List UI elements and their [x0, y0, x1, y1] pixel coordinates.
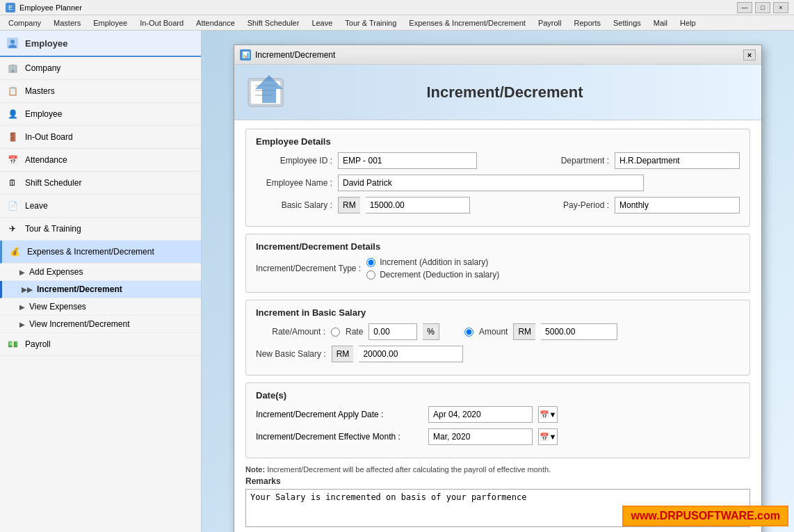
shift-icon: 🗓 [6, 176, 19, 190]
increment-type-label: Increment/Decrement Type : [256, 264, 361, 273]
increment-basic-section: Increment in Basic Salary Rate/Amount : … [245, 300, 750, 376]
apply-date-button[interactable]: 📅▼ [538, 406, 558, 423]
menu-masters[interactable]: Masters [48, 17, 86, 29]
sidebar-label-expenses: Expenses & Increment/Decrement [27, 247, 154, 257]
menu-settings[interactable]: Settings [608, 17, 647, 29]
increment-details-title: Increment/Decrement Details [256, 241, 740, 252]
increment-type-row: Increment/Decrement Type : Increment (Ad… [256, 257, 740, 280]
employee-details-title: Employee Details [256, 136, 740, 147]
employee-name-input[interactable] [338, 175, 644, 191]
decrement-radio[interactable] [366, 271, 375, 280]
employee-id-input[interactable] [338, 152, 477, 169]
sidebar-sub-view-increment[interactable]: ▶ View Increment/Decrement [0, 316, 201, 333]
attendance-icon: 📅 [6, 153, 19, 167]
sidebar-item-employee[interactable]: 👤 Employee [0, 103, 201, 126]
tour-icon: ✈ [6, 222, 19, 236]
maximize-button[interactable]: □ [755, 2, 770, 13]
sidebar-item-company[interactable]: 🏢 Company [0, 57, 201, 80]
apply-date-row: Increment/Decrement Apply Date : 📅▼ [256, 406, 740, 423]
sub-arrow-icon2: ▶▶ [22, 286, 33, 293]
menu-shift[interactable]: Shift Scheduler [242, 17, 305, 29]
dialog-header-icon [241, 68, 290, 117]
note-content: Increment/Decrement will be affected aft… [265, 465, 551, 474]
amount-input[interactable] [541, 323, 617, 340]
sidebar-sub-view-expenses[interactable]: ▶ View Expenses [0, 298, 201, 316]
menu-reports[interactable]: Reports [569, 17, 607, 29]
sidebar-item-leave[interactable]: 📄 Leave [0, 195, 201, 218]
increment-radio[interactable] [366, 258, 375, 267]
dates-section: Date(s) Increment/Decrement Apply Date :… [245, 382, 750, 458]
new-basic-label: New Basic Salary : [256, 349, 326, 359]
basic-salary-rm-prefix: RM [338, 197, 360, 213]
rate-radio-label: Rate [346, 327, 363, 337]
sidebar-label-payroll: Payroll [25, 339, 51, 349]
sidebar-sub-increment[interactable]: ▶▶ Increment/Decrement [0, 281, 201, 298]
menu-employee[interactable]: Employee [88, 17, 133, 29]
title-bar: E Employee Planner — □ × [0, 0, 794, 15]
menu-inout[interactable]: In-Out Board [134, 17, 189, 29]
menu-payroll[interactable]: Payroll [533, 17, 567, 29]
basic-salary-row: Basic Salary : RM Pay-Period : [256, 197, 740, 213]
menu-bar: Company Masters Employee In-Out Board At… [0, 15, 794, 31]
rate-input[interactable] [368, 323, 417, 340]
inout-icon: 🚪 [6, 130, 19, 144]
sidebar-item-masters[interactable]: 📋 Masters [0, 80, 201, 103]
sidebar-label-tour: Tour & Training [25, 224, 81, 234]
apply-date-input[interactable] [428, 406, 533, 423]
department-input[interactable] [615, 152, 740, 169]
new-basic-input[interactable] [359, 346, 463, 362]
sidebar-item-tour[interactable]: ✈ Tour & Training [0, 218, 201, 241]
sidebar-label-employee: Employee [25, 109, 62, 119]
increment-radio-label: Increment (Addition in salary) [380, 257, 488, 267]
close-button[interactable]: × [773, 2, 788, 13]
minimize-button[interactable]: — [737, 2, 752, 13]
new-basic-row: New Basic Salary : RM [256, 346, 740, 362]
dialog-title-text: Increment/Decrement [255, 50, 743, 60]
rate-radio[interactable] [331, 328, 340, 337]
sidebar-label-attendance: Attendance [25, 155, 67, 165]
company-icon: 🏢 [6, 61, 19, 75]
sidebar-item-payroll[interactable]: 💵 Payroll [0, 333, 201, 356]
menu-attendance[interactable]: Attendance [191, 17, 241, 29]
effective-month-label: Increment/Decrement Effective Month : [256, 432, 423, 442]
menu-expenses[interactable]: Expenses & Increment/Decrement [403, 17, 531, 29]
note-text: Note: Increment/Decrement will be affect… [245, 465, 750, 474]
calendar-icon2: 📅▼ [540, 433, 557, 442]
decrement-radio-group: Decrement (Deduction in salary) [366, 270, 499, 280]
dialog-header-title: Increment/Decrement [297, 83, 713, 102]
sidebar-item-expenses[interactable]: 💰 Expenses & Increment/Decrement [0, 241, 201, 264]
menu-mail[interactable]: Mail [648, 17, 673, 29]
employee-name-row: Employee Name : [256, 175, 740, 191]
employee-id-label: Employee ID : [256, 156, 332, 166]
rate-amount-label: Rate/Amount : [256, 327, 325, 337]
amount-radio[interactable] [464, 328, 473, 337]
amount-rm-prefix: RM [513, 323, 535, 340]
effective-month-button[interactable]: 📅▼ [538, 428, 558, 445]
dialog-content: Employee Details Employee ID : Departmen… [234, 120, 761, 532]
employee-name-label: Employee Name : [256, 178, 332, 188]
dialog-close-button[interactable]: × [743, 49, 756, 61]
sidebar-header: Employee [0, 31, 201, 57]
dialog-title-icon: 📊 [240, 49, 251, 61]
window-controls[interactable]: — □ × [737, 2, 788, 13]
new-basic-rm-prefix: RM [332, 346, 354, 362]
menu-leave[interactable]: Leave [306, 17, 338, 29]
sidebar-item-attendance[interactable]: 📅 Attendance [0, 149, 201, 172]
sidebar-item-inout[interactable]: 🚪 In-Out Board [0, 126, 201, 149]
watermark-text: www.DRPUSOFTWARE.com [631, 510, 780, 522]
note-bold: Note: [245, 465, 265, 474]
effective-month-input[interactable] [428, 428, 533, 445]
payroll-icon: 💵 [6, 337, 19, 351]
sub-arrow-icon4: ▶ [19, 321, 25, 328]
dialog-header: Increment/Decrement [234, 65, 761, 120]
menu-tour[interactable]: Tour & Training [339, 17, 402, 29]
basic-salary-input[interactable] [366, 197, 470, 213]
sidebar-item-shift[interactable]: 🗓 Shift Scheduler [0, 172, 201, 195]
increment-details-section: Increment/Decrement Details Increment/De… [245, 234, 750, 293]
menu-help[interactable]: Help [674, 17, 702, 29]
menu-company[interactable]: Company [3, 17, 47, 29]
calendar-icon: 📅▼ [540, 410, 557, 419]
sidebar-sub-add-expenses[interactable]: ▶ Add Expenses [0, 264, 201, 281]
pay-period-input[interactable] [615, 197, 740, 213]
sidebar-label-inout: In-Out Board [25, 132, 73, 142]
